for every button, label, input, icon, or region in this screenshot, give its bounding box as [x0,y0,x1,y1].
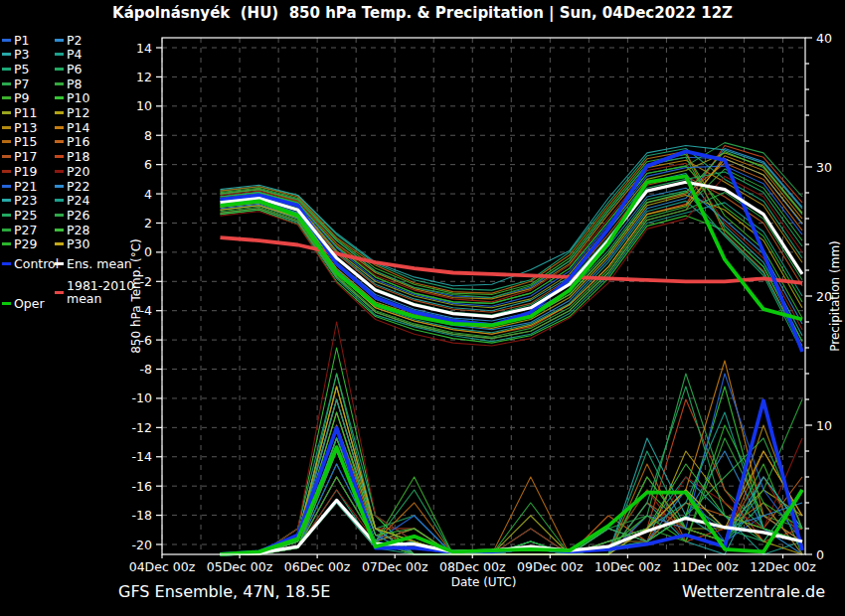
precip-axis-label: Precipitation (mm) [828,240,842,352]
date-tick-label: 07Dec 00z [362,559,428,574]
temp-tick-label: -16 [132,479,152,494]
temp-tick-label: 8 [144,128,152,143]
temp-tick-label: 2 [144,216,152,231]
date-tick-label: 10Dec 00z [594,559,661,574]
precip-tick-label: 30 [816,160,832,175]
date-tick-label: 05Dec 00z [207,559,273,574]
temp-tick-label: 12 [136,70,152,84]
temp-tick-label: -14 [132,449,152,464]
precip-tick-label: 0 [816,547,824,562]
temp-tick-label: -8 [140,362,153,377]
date-axis-label: Date (UTC) [451,575,517,589]
date-tick-label: 09Dec 00z [517,559,584,574]
temp-tick-label: 0 [144,244,152,259]
temp-tick-label: -10 [132,390,152,405]
chart-area: -20-18-16-14-12-10-8-6-4-202468101214010… [0,0,845,616]
date-tick-label: 11Dec 00z [672,559,739,574]
temp-tick-label: -12 [132,420,152,435]
temp-tick-label: 10 [136,98,152,113]
temp-axis-label: 850 hPa Temp. (°C) [129,238,143,354]
meteogram-page: Kápolnásnyék (HU) 850 hPa Temp. & Precip… [0,0,845,616]
temp-tick-label: -18 [132,508,152,523]
temp-tick-label: 14 [136,41,152,56]
footer-branding: Wetterzentrale.de [682,582,825,601]
precip-tick-label: 10 [816,418,832,433]
temp-tick-label: 6 [144,157,152,172]
temp-tick-label: -20 [132,538,152,552]
date-tick-label: 12Dec 00z [750,559,816,574]
meteogram-canvas: -20-18-16-14-12-10-8-6-4-202468101214010… [0,0,845,616]
temp-tick-label: 4 [144,187,152,202]
date-tick-label: 08Dec 00z [439,559,506,574]
footer-model-info: GFS Ensemble, 47N, 18.5E [118,582,330,601]
date-tick-label: 06Dec 00z [284,559,351,574]
date-tick-label: 04Dec 00z [129,559,196,574]
precip-tick-label: 40 [816,31,832,46]
